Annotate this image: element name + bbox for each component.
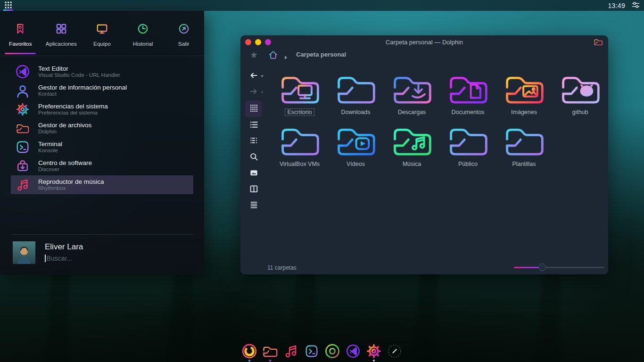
folder-icon xyxy=(390,71,434,108)
folder-label: VirtualBox VMs xyxy=(277,160,322,168)
favorite-texts: Text Editor Visual Studio Code - URL Han… xyxy=(38,65,120,79)
dock-app-icon xyxy=(241,343,257,359)
running-indicator xyxy=(269,360,271,362)
folder-virtualbox-vms[interactable]: VirtualBox VMs xyxy=(272,120,328,172)
favorite-icon xyxy=(16,83,30,98)
favorite-icon xyxy=(16,102,30,116)
tab-label: Historial xyxy=(133,41,153,47)
folder-label: Escritorio xyxy=(285,108,314,116)
folder-downloads[interactable]: Downloads xyxy=(328,68,384,120)
zoom-slider[interactable] xyxy=(514,267,604,268)
favorite-subtitle: Visual Studio Code - URL Handler xyxy=(38,72,120,78)
dock-konsole[interactable] xyxy=(304,343,320,362)
dock-chromium[interactable] xyxy=(324,343,340,362)
side-preview[interactable] xyxy=(245,165,263,181)
folder-musica[interactable]: Música xyxy=(384,120,440,172)
folder-label: Música xyxy=(400,160,424,168)
folder-label: Plantillas xyxy=(510,160,538,168)
dropdown-caret xyxy=(261,75,264,77)
search-input[interactable] xyxy=(47,255,179,262)
favorite-icon xyxy=(16,178,30,192)
favorite-reproductor-de-musica[interactable]: Reproductor de música Rhythmbox xyxy=(11,175,193,194)
side-forward-arrow[interactable] xyxy=(245,84,263,100)
running-indicator xyxy=(248,360,250,362)
tab-label: Aplicaciones xyxy=(46,41,77,47)
dock-dolphin-folder[interactable] xyxy=(262,343,278,362)
side-back-arrow[interactable] xyxy=(245,68,263,84)
dock-vscode[interactable] xyxy=(345,343,361,362)
clock[interactable]: 13:49 xyxy=(608,2,625,9)
breadcrumb[interactable]: Carpeta personal xyxy=(296,51,346,58)
close-button[interactable] xyxy=(245,39,251,45)
folder-videos[interactable]: Vídeos xyxy=(328,120,384,172)
favorite-subtitle: Preferencias del sistema xyxy=(38,110,108,116)
dock-firefox[interactable] xyxy=(241,343,257,362)
tweaks-icon[interactable] xyxy=(631,0,640,11)
folder-escritorio[interactable]: Escritorio xyxy=(272,68,328,120)
tab-salir[interactable]: Salir xyxy=(163,11,204,56)
statusbar: 11 carpetas xyxy=(240,261,608,274)
maximize-button[interactable] xyxy=(265,39,271,45)
side-list-view[interactable] xyxy=(245,117,263,133)
folder-publico[interactable]: Público xyxy=(440,120,496,172)
side-tool-icon xyxy=(249,184,258,195)
zoom-slider-knob[interactable] xyxy=(538,263,546,271)
side-split-view[interactable] xyxy=(245,181,263,197)
side-tool-icon xyxy=(249,136,258,147)
side-menu[interactable] xyxy=(245,197,263,214)
window-controls xyxy=(240,39,271,45)
dock-app-icon xyxy=(304,343,320,359)
titlebar[interactable]: Carpeta personal — Dolphin xyxy=(240,35,608,49)
active-tab-underline xyxy=(5,53,36,54)
favorite-preferencias-del-sistema[interactable]: Preferencias del sistema Preferencias de… xyxy=(11,100,193,119)
favorite-subtitle: Rhythmbox xyxy=(38,185,104,191)
dolphin-side-toolbar xyxy=(240,68,267,214)
home-icon[interactable] xyxy=(268,50,278,62)
favorite-terminal[interactable]: Terminal Konsole xyxy=(11,138,193,156)
app-grid-icon xyxy=(5,1,12,10)
tab-label: Equipo xyxy=(93,41,111,47)
favorite-gestor-de-archivos[interactable]: Gestor de archivos Dolphin xyxy=(11,119,193,138)
side-tool-icon xyxy=(249,152,258,163)
folder-descargas[interactable]: Descargas xyxy=(384,68,440,120)
tab-equipo[interactable]: Equipo xyxy=(82,11,123,56)
location-toolbar: Carpeta personal xyxy=(240,49,608,66)
favorite-title: Gestor de archivos xyxy=(38,122,91,129)
tab-historial[interactable]: Historial xyxy=(123,11,164,56)
favorite-text-editor[interactable]: Text Editor Visual Studio Code - URL Han… xyxy=(11,62,193,81)
bookmark-star-icon[interactable] xyxy=(250,51,258,61)
tab-favoritos[interactable]: Favoritos xyxy=(0,11,41,56)
folder-icon xyxy=(278,71,322,108)
panel-divider xyxy=(11,234,193,235)
dock-latte-settings[interactable] xyxy=(387,343,403,362)
tab-icon xyxy=(14,23,26,37)
side-grid-view[interactable] xyxy=(245,100,262,117)
favorite-title: Gestor de información personal xyxy=(38,84,127,91)
favorite-subtitle: Konsole xyxy=(38,148,62,154)
dock-app-icon xyxy=(345,343,361,359)
favorite-subtitle: Dolphin xyxy=(38,129,91,135)
dock-rhythmbox[interactable] xyxy=(283,343,299,362)
folder-documentos[interactable]: Documentos xyxy=(440,68,496,120)
favorite-gestor-de-informacion-personal[interactable]: Gestor de información personal Kontact xyxy=(11,81,193,100)
folder-plantillas[interactable]: Plantillas xyxy=(496,120,552,172)
favorite-icon xyxy=(16,121,30,135)
minimize-button[interactable] xyxy=(255,39,261,45)
dock-app-icon xyxy=(387,343,403,359)
dock-app-icon xyxy=(262,343,278,359)
tab-aplicaciones[interactable]: Aplicaciones xyxy=(41,11,82,56)
avatar[interactable] xyxy=(13,241,35,264)
folder-github[interactable]: github xyxy=(552,68,608,120)
favorite-subtitle: Discover xyxy=(38,166,92,173)
favorite-texts: Centro de software Discover xyxy=(38,159,92,173)
dock-settings-gear[interactable] xyxy=(366,343,382,362)
favorite-centro-de-software[interactable]: Centro de software Discover xyxy=(11,156,193,175)
tab-icon xyxy=(137,23,149,37)
side-search[interactable] xyxy=(245,149,263,165)
app-launcher-button[interactable] xyxy=(0,0,16,11)
launcher-tabs: Favoritos Aplicaciones Equipo Historial … xyxy=(0,11,204,56)
side-tool-icon xyxy=(249,71,258,82)
side-compact-view[interactable] xyxy=(245,133,263,149)
favorite-texts: Terminal Konsole xyxy=(38,140,62,154)
folder-imagenes[interactable]: Imágenes xyxy=(496,68,552,120)
